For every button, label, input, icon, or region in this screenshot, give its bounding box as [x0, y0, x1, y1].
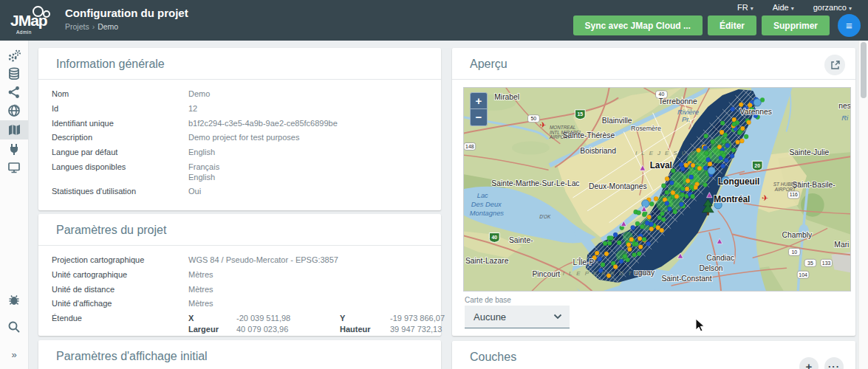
breadcrumb-projects[interactable]: Projets: [65, 22, 89, 31]
search-icon: [7, 320, 21, 334]
layer-point: [685, 187, 689, 191]
share-icon: [7, 86, 21, 99]
svg-text:133: 133: [822, 261, 831, 266]
map-label: L'Île-P: [573, 258, 594, 266]
extent-label: Étendue: [52, 314, 188, 334]
edit-button[interactable]: Éditer: [708, 15, 756, 35]
map-label: I L E J E S U S: [635, 150, 696, 156]
layer-point: [613, 232, 618, 237]
sidebar-item-search[interactable]: [0, 318, 28, 336]
layer-point: [722, 139, 726, 143]
field-row: Statistiques d'utilisationOui: [52, 187, 423, 197]
map-label: Candiac: [706, 254, 734, 262]
map-label: Deux-Montagnes: [589, 182, 647, 190]
layer-point: [595, 251, 599, 255]
sidebar-item-share[interactable]: [0, 83, 28, 101]
plug-icon: [7, 142, 21, 156]
chevron-down-icon: ▾: [751, 5, 753, 12]
layer-point: [629, 237, 634, 241]
field-row: Langues disponiblesFrançais English: [52, 162, 423, 183]
layer-point: [708, 162, 712, 166]
layer-point: [748, 103, 752, 107]
layer-point: [696, 148, 700, 153]
zoom-in-button[interactable]: +: [470, 92, 488, 109]
sidebar-item-debug[interactable]: [0, 291, 28, 308]
extent-w-value: 40 079 023,96: [236, 325, 340, 334]
gear-ring-small-icon: [43, 10, 50, 18]
zoom-out-button[interactable]: −: [470, 109, 488, 126]
top-bar: JMap Admin Configuration du projet Proje…: [0, 0, 868, 41]
svg-text:104: 104: [799, 272, 807, 277]
layer-point: [647, 215, 652, 219]
map-label: AIRPORT: [774, 187, 796, 192]
layer-point: [649, 222, 654, 227]
svg-text:148: 148: [465, 144, 474, 149]
open-preview-button[interactable]: [824, 55, 845, 75]
sidebar-item-settings[interactable]: [0, 46, 28, 64]
layer-point: [607, 241, 612, 245]
sync-jmap-cloud-button[interactable]: Sync avec JMap Cloud ...: [573, 15, 703, 35]
sidebar-item-data[interactable]: [0, 65, 28, 83]
breadcrumb-separator: ›: [92, 22, 95, 31]
layer-point: [661, 217, 666, 221]
delete-button[interactable]: Supprimer: [762, 15, 830, 35]
sidebar-item-deployments[interactable]: [0, 159, 28, 176]
layer-point: [689, 184, 694, 189]
field-row: Unité d'affichageMètres: [52, 299, 423, 309]
layer-point: [604, 252, 609, 256]
layer-point: [721, 164, 725, 168]
logo-subtitle: Admin: [16, 30, 32, 35]
field-row: DescriptionDemo project for test purpose…: [52, 133, 423, 143]
jmap-logo[interactable]: JMap Admin: [7, 6, 59, 37]
sidebar-item-web[interactable]: [0, 102, 28, 120]
layer-point: [679, 202, 683, 207]
language-menu[interactable]: FR▾: [737, 3, 753, 12]
user-menu[interactable]: gorzanco▾: [813, 3, 852, 12]
layer-point: [665, 190, 669, 195]
sidebar-item-plugins[interactable]: [0, 140, 28, 158]
layer-point: [619, 259, 623, 263]
sidebar-expand-button[interactable]: »: [0, 345, 28, 363]
layer-point: [697, 166, 702, 170]
layer-point: [640, 224, 644, 229]
map-label: nes: [838, 102, 850, 110]
map-label: Montagnes: [470, 210, 504, 217]
page-scrollbar[interactable]: [858, 41, 868, 369]
map-label: I L E P E R R O T: [563, 270, 633, 277]
help-menu[interactable]: Aide▾: [773, 3, 794, 12]
extent-x-label: X: [188, 314, 236, 323]
left-sidebar: »: [0, 41, 29, 369]
basemap-select[interactable]: Aucune: [465, 306, 570, 328]
main-menu-button[interactable]: ≡: [838, 14, 861, 37]
layer-point: [686, 179, 690, 183]
map-label: Saint-Constant: [661, 275, 711, 283]
layer-point: [674, 194, 679, 199]
layer-point: [627, 247, 632, 252]
layer-point: [660, 211, 664, 215]
map-label: Sainte-: [509, 236, 533, 244]
layer-point: [736, 139, 740, 144]
layer-point: [617, 241, 621, 245]
airport-icon: ✈: [539, 120, 546, 129]
map-label: Pr.: [682, 116, 691, 123]
layer-point: [703, 166, 708, 170]
layer-point: [739, 139, 744, 143]
map-canvas[interactable]: 50148401161035133104154020 ✈✈ MirabelTer…: [464, 88, 850, 291]
breadcrumb-current: Demo: [98, 22, 118, 31]
svg-text:50: 50: [531, 116, 537, 121]
scrollbar-thumb[interactable]: [861, 42, 867, 98]
map-label: Rivière: [677, 108, 699, 116]
map-preview[interactable]: 50148401161035133104154020 ✈✈ MirabelTer…: [463, 87, 851, 292]
extent-y-label: Y: [340, 314, 390, 323]
map-label: AIRPORT: [549, 134, 571, 139]
sidebar-item-maps[interactable]: [0, 120, 28, 139]
layer-point: [722, 153, 726, 157]
layer-point: [694, 185, 698, 190]
map-label: Laval: [650, 160, 672, 170]
big-point-marker: [753, 99, 761, 106]
map-label: Mirabel: [494, 93, 519, 101]
main-content: Information générale NomDemoId12Identifi…: [28, 41, 868, 369]
layer-point: [679, 162, 683, 167]
layer-point: [703, 145, 708, 150]
plus-icon: +: [806, 360, 813, 369]
